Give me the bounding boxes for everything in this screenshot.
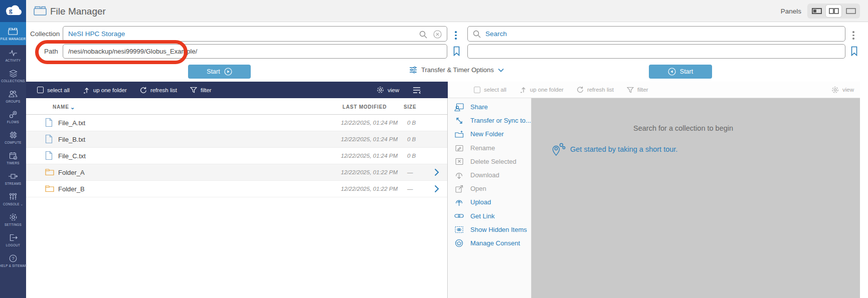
menu-item-new-folder[interactable]: New Folder	[448, 127, 531, 141]
select-all-control[interactable]: select all	[37, 87, 70, 93]
collapse-menu-icon[interactable]	[413, 87, 422, 94]
collections-icon	[9, 69, 18, 78]
filter-icon	[627, 87, 634, 93]
menu-item-upload[interactable]: Upload	[448, 195, 531, 209]
page-title: File Manager	[50, 6, 106, 17]
destination-options-kebab-icon[interactable]	[850, 29, 856, 42]
globus-logo[interactable]: g	[0, 0, 26, 22]
menu-item-open[interactable]: Open	[448, 182, 531, 195]
timers-icon	[9, 151, 18, 160]
sidebar-item-label: FILE MANAGER	[1, 37, 26, 41]
sidebar-item-label: TIMERS	[7, 161, 20, 165]
help-icon: ?	[9, 254, 17, 262]
sidebar-item-collections[interactable]: COLLECTIONS	[0, 66, 26, 86]
transfer-timer-options[interactable]: Transfer & Timer Options	[409, 66, 504, 74]
file-row[interactable]: File_B.txt 12/22/2025, 01:24 PM 0 B	[26, 131, 447, 148]
view-button[interactable]: view	[831, 86, 854, 94]
column-header-name[interactable]: NAME	[53, 104, 69, 110]
sidebar-item-groups[interactable]: GROUPS	[0, 86, 26, 107]
filter-button[interactable]: filter	[627, 87, 648, 93]
sidebar-item-logout[interactable]: LOGOUT	[0, 230, 26, 250]
source-path-input[interactable]	[63, 44, 447, 59]
panel-layout-double-button[interactable]	[826, 5, 841, 17]
menu-item-delete-selected[interactable]: Delete Selected	[448, 155, 531, 168]
file-name: File_B.txt	[58, 136, 85, 143]
destination-collection-field[interactable]	[467, 26, 845, 42]
file-row[interactable]: File_A.txt 12/22/2025, 01:24 PM 0 B	[26, 115, 447, 131]
up-one-folder-button[interactable]: up one folder	[83, 87, 127, 94]
path-label: Path	[44, 48, 58, 55]
destination-toolbar: select all up one folder refresh list fi…	[448, 82, 860, 98]
refresh-list-button[interactable]: refresh list	[577, 86, 614, 93]
menu-item-get-link[interactable]: Get Link	[448, 209, 531, 223]
destination-path-input[interactable]	[467, 44, 845, 59]
panel-layout-wide-button[interactable]	[843, 5, 858, 17]
destination-search-input[interactable]	[485, 30, 840, 38]
source-collection-field[interactable]	[63, 26, 447, 42]
tour-link[interactable]: Get started by taking a short tour.	[570, 145, 677, 153]
chevron-down-icon: ⌄	[21, 203, 23, 206]
refresh-list-button[interactable]: refresh list	[140, 87, 177, 94]
column-header-modified[interactable]: LAST MODIFIED	[342, 104, 387, 110]
sidebar-item-settings[interactable]: SETTINGS	[0, 209, 26, 230]
file-manager-icon	[8, 27, 18, 36]
file-icon	[45, 151, 53, 160]
sidebar-item-compute[interactable]: COMPUTE	[0, 127, 26, 148]
source-collection-input[interactable]	[68, 30, 415, 38]
menu-item-manage-consent[interactable]: Manage Consent	[448, 236, 531, 250]
refresh-icon	[577, 86, 584, 93]
source-options-kebab-icon[interactable]	[453, 29, 459, 42]
refresh-icon	[140, 87, 147, 94]
sidebar-item-activity[interactable]: ACTIVITY	[0, 45, 26, 66]
svg-text:g: g	[9, 7, 13, 14]
clear-collection-icon[interactable]	[433, 30, 442, 39]
filter-button[interactable]: filter	[190, 87, 212, 93]
file-name: File_A.txt	[58, 119, 85, 127]
file-size: 0 B	[407, 120, 416, 126]
select-all-checkbox[interactable]	[37, 87, 44, 93]
streams-icon	[9, 172, 18, 180]
sidebar-item-streams[interactable]: STREAMS	[0, 168, 26, 189]
filter-icon	[190, 87, 197, 93]
search-icon[interactable]	[419, 31, 427, 39]
sidebar-item-label: SETTINGS	[5, 223, 22, 226]
select-all-checkbox[interactable]	[474, 87, 480, 93]
open-folder-chevron-icon[interactable]	[434, 168, 439, 176]
sidebar-item-label: GROUPS	[6, 100, 20, 103]
sidebar-item-console[interactable]: CONSOLE⌄	[0, 189, 26, 209]
folder-row[interactable]: Folder_A 12/22/2025, 01:22 PM —	[26, 164, 447, 181]
sort-chevron-icon[interactable]: ⌄	[70, 104, 75, 111]
new-folder-icon	[454, 130, 464, 138]
open-folder-chevron-icon[interactable]	[434, 185, 439, 193]
view-button[interactable]: view	[377, 86, 399, 94]
transfer-sync-icon	[454, 117, 464, 125]
menu-item-share[interactable]: Share	[448, 100, 531, 114]
folder-name: Folder_A	[58, 169, 85, 176]
file-modified: 12/22/2025, 01:24 PM	[312, 136, 398, 142]
up-one-folder-icon	[519, 86, 527, 93]
folder-row[interactable]: Folder_B 12/22/2025, 01:22 PM —	[26, 181, 447, 197]
start-transfer-destination-button[interactable]: Start	[649, 65, 712, 79]
sidebar-item-timers[interactable]: TIMERS	[0, 148, 26, 168]
select-all-control[interactable]: select all	[474, 87, 506, 93]
bookmark-icon[interactable]	[850, 46, 858, 56]
menu-item-transfer-or-sync[interactable]: Transfer or Sync to...	[448, 114, 531, 127]
sidebar-item-file-manager[interactable]: FILE MANAGER	[0, 22, 26, 45]
console-icon	[9, 192, 17, 201]
bookmark-icon[interactable]	[453, 46, 460, 56]
sidebar-item-label: STREAMS	[5, 182, 22, 185]
link-icon	[454, 213, 464, 218]
menu-item-rename[interactable]: Rename	[448, 141, 531, 155]
panel-layout-single-button[interactable]	[809, 5, 824, 17]
panels-switcher: Panels	[781, 4, 860, 19]
sidebar-item-help-sitemap[interactable]: ? HELP & SITEMAP	[0, 250, 26, 271]
file-row[interactable]: File_C.txt 12/22/2025, 01:24 PM 0 B	[26, 148, 447, 164]
menu-item-show-hidden-items[interactable]: Show Hidden Items	[448, 223, 531, 236]
column-header-size[interactable]: SIZE	[404, 104, 416, 110]
up-one-folder-icon	[83, 87, 90, 94]
start-transfer-source-button[interactable]: Start	[188, 65, 251, 79]
file-modified: 12/22/2025, 01:24 PM	[312, 153, 398, 159]
sidebar-item-flows[interactable]: FLOWS	[0, 107, 26, 127]
menu-item-download[interactable]: Download	[448, 168, 531, 182]
up-one-folder-button[interactable]: up one folder	[519, 86, 564, 93]
